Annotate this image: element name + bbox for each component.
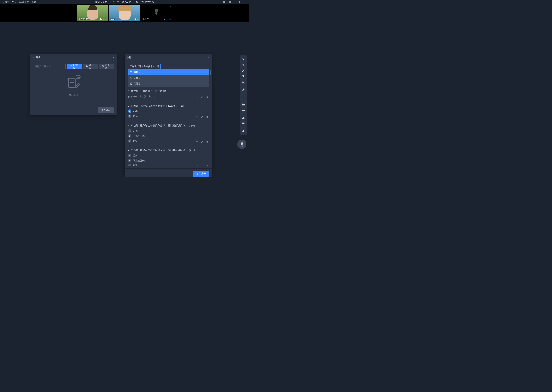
filter-judge-button[interactable]: 判断题 bbox=[67, 63, 82, 69]
bell-icon[interactable] bbox=[240, 128, 247, 134]
settings-icon[interactable] bbox=[228, 0, 231, 4]
svg-rect-26 bbox=[130, 71, 131, 72]
empty-text: 暂无试题 bbox=[69, 93, 78, 97]
move-question-icon[interactable] bbox=[196, 140, 199, 143]
pen-tool-icon[interactable] bbox=[240, 68, 247, 73]
edit-question-icon[interactable] bbox=[201, 116, 203, 118]
close-panel-icon[interactable]: × bbox=[208, 56, 209, 59]
toolbox-icon[interactable] bbox=[240, 107, 247, 113]
quiz-panel-empty: 测验 × 判断题 选择题 简答题 bbox=[30, 54, 116, 115]
quiz-name-input[interactable] bbox=[128, 63, 161, 69]
move-question-icon[interactable] bbox=[196, 116, 199, 118]
participants-icon[interactable] bbox=[240, 115, 247, 121]
delete-question-icon[interactable] bbox=[206, 165, 209, 166]
question-title: 2 [判断题] 我国宪法上一次更新是在2020年。（2分） bbox=[128, 104, 209, 108]
quiz-name-input[interactable] bbox=[33, 63, 65, 69]
network-status: 网络状态：良好 bbox=[19, 0, 36, 4]
pointer-tool-icon[interactable] bbox=[240, 56, 247, 62]
svg-rect-15 bbox=[70, 66, 71, 66]
video-tile-student[interactable]: × Nina bbox=[109, 5, 140, 21]
delete-question-icon[interactable] bbox=[206, 140, 209, 143]
remove-participant-icon[interactable]: × bbox=[138, 6, 139, 8]
elapsed-time: 已上课：02:34:09 bbox=[112, 0, 131, 4]
back-icon[interactable] bbox=[32, 56, 34, 59]
remove-participant-icon[interactable]: × bbox=[170, 6, 171, 8]
participant-name: Nina bbox=[110, 18, 115, 21]
filter-choice-button[interactable]: 选择题 bbox=[83, 63, 98, 69]
delete-question-icon[interactable] bbox=[206, 96, 209, 98]
raise-hand-count: 0/2 bbox=[240, 145, 243, 147]
participant-name: 王小明 bbox=[142, 17, 149, 21]
svg-point-12 bbox=[243, 123, 243, 123]
session-id: ID：2020070324 bbox=[136, 0, 154, 4]
question-title: 3 [单选题] 施华洛世奇是反华品牌，所以梁鼎琪反华。（2分） bbox=[128, 124, 209, 127]
video-tile-student-camoff[interactable]: × 王小明 bbox=[141, 5, 172, 21]
folder-icon[interactable] bbox=[240, 102, 247, 107]
edit-question-icon[interactable] bbox=[201, 140, 203, 143]
panel-title: 测验 bbox=[127, 56, 132, 59]
delete-question-icon[interactable] bbox=[206, 116, 209, 118]
top-status-bar: 丢包率：0% 网络状态：良好 神秘大自然 已上课：02:34:09 ID：202… bbox=[0, 0, 249, 4]
text-tool-icon[interactable] bbox=[240, 73, 247, 79]
record-icon bbox=[134, 18, 136, 21]
question-item: 2 [判断题] 我国宪法上一次更新是在2020年。（2分） A正确 B错误 bbox=[128, 103, 209, 121]
svg-point-3 bbox=[135, 19, 136, 20]
question-item: 1 [简答题] 一年四季分别是哪四季? 参考答案：春、夏、秋、冬 bbox=[128, 88, 209, 101]
close-icon[interactable] bbox=[244, 0, 247, 4]
svg-point-14 bbox=[244, 123, 244, 123]
filter-short-button[interactable]: 简答题 bbox=[128, 81, 209, 86]
video-strip: 叮当老师 × Nina × 王小明 bbox=[0, 4, 249, 22]
svg-rect-0 bbox=[234, 2, 236, 2]
panel-title: 测验 bbox=[36, 56, 41, 59]
save-quiz-button[interactable]: 保存试卷 bbox=[193, 171, 209, 177]
answer-option[interactable]: B不完全正确 bbox=[128, 159, 209, 162]
mic-icon bbox=[169, 18, 171, 21]
close-panel-icon[interactable]: × bbox=[113, 56, 114, 59]
filter-choice-button[interactable]: 选择题 bbox=[128, 75, 209, 81]
empty-state: 暂无试题 bbox=[33, 69, 114, 102]
filter-short-button[interactable]: 简答题 bbox=[99, 63, 114, 69]
question-title: 1 [简答题] 一年四季分别是哪四季? bbox=[128, 90, 209, 93]
answer-option[interactable]: A是的 bbox=[128, 154, 209, 157]
question-title: 4 [多选题] 施华洛世奇是反华品牌，所以梁鼎琪反华。（2分） bbox=[128, 148, 209, 152]
video-tile-teacher[interactable]: 叮当老师 bbox=[77, 5, 108, 21]
fullscreen-icon[interactable] bbox=[239, 0, 242, 4]
raise-hand-button[interactable]: 0/2 bbox=[237, 140, 247, 149]
edit-question-icon[interactable] bbox=[201, 96, 203, 98]
question-item: 3 [单选题] 施华洛世奇是反华品牌，所以梁鼎琪反华。（2分） A正确 B不完全… bbox=[128, 122, 209, 146]
svg-point-25 bbox=[79, 77, 80, 77]
record-icon bbox=[100, 18, 102, 21]
question-item: 4 [多选题] 施华洛世奇是反华品牌，所以梁鼎琪反华。（2分） A是的 B不完全… bbox=[128, 147, 209, 166]
filter-judge-button[interactable]: 判断题 bbox=[128, 69, 209, 75]
svg-rect-7 bbox=[156, 14, 157, 15]
class-title: 神秘大自然 bbox=[95, 0, 107, 4]
camera-off-icon bbox=[152, 8, 160, 17]
svg-point-11 bbox=[243, 117, 244, 118]
move-tool-icon[interactable] bbox=[240, 62, 247, 68]
scrollbar[interactable] bbox=[210, 70, 211, 75]
scissors-tool-icon[interactable] bbox=[240, 79, 247, 85]
answer-option[interactable]: A正确 bbox=[128, 129, 209, 133]
answer-option[interactable]: B不完全正确 bbox=[128, 134, 209, 138]
edit-question-icon[interactable] bbox=[201, 165, 203, 166]
svg-point-5 bbox=[155, 9, 158, 13]
svg-point-9 bbox=[243, 97, 244, 98]
save-quiz-button[interactable]: 保存试卷 bbox=[98, 107, 114, 113]
move-question-icon[interactable] bbox=[196, 165, 199, 166]
svg-rect-18 bbox=[68, 78, 75, 88]
mic-muted-icon bbox=[166, 18, 168, 21]
svg-point-1 bbox=[100, 19, 101, 20]
chat-icon[interactable] bbox=[240, 121, 247, 126]
camera-toggle-icon[interactable] bbox=[223, 0, 226, 4]
svg-rect-10 bbox=[242, 110, 245, 111]
svg-point-13 bbox=[243, 123, 243, 123]
minimize-icon[interactable] bbox=[233, 0, 237, 4]
move-question-icon[interactable] bbox=[196, 96, 199, 98]
mic-icon bbox=[105, 18, 107, 21]
participant-name: 叮当老师 bbox=[79, 17, 88, 21]
laser-tool-icon[interactable] bbox=[240, 94, 247, 100]
eraser-tool-icon[interactable] bbox=[240, 87, 247, 92]
quiz-panel-questions: 测验 × 判断题 选择题 简答题 1 [简答题] 一年四季分别是哪四季? 参考答… bbox=[125, 54, 212, 177]
svg-point-24 bbox=[78, 77, 78, 77]
answer-option[interactable]: A正确 bbox=[128, 110, 209, 113]
